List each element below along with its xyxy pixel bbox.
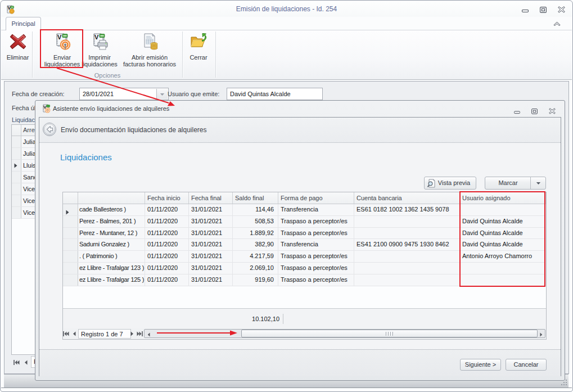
eliminar-button[interactable]: Eliminar — [3, 31, 32, 69]
table-row[interactable]: ez Llibre - Trafalgar 123 )01/11/202031/… — [63, 263, 546, 274]
table-row[interactable]: cade Ballesteros )01/11/202031/01/202111… — [63, 204, 546, 216]
cell-forma_pago[interactable]: Traspaso a perceptor/es — [278, 251, 354, 262]
main-titlebar[interactable]: V Emisión de liquidaciones - Id. 254 — [1, 1, 572, 17]
cell-cuenta_bancaria[interactable] — [354, 228, 460, 239]
row-indicator[interactable] — [12, 148, 21, 159]
cell-cuenta_bancaria[interactable]: ES61 0182 1002 1362 1435 9078 — [354, 204, 460, 215]
cell-usuario_asignado[interactable] — [460, 204, 546, 215]
row-indicator[interactable] — [63, 239, 78, 250]
cell-fecha_final[interactable]: 31/01/2021 — [189, 274, 233, 286]
enviar-liquidaciones-button[interactable]: V Enviarliquidaciones — [42, 31, 83, 69]
table-row[interactable]: Perez - Balmes, 201 )01/11/202031/01/202… — [63, 216, 546, 228]
tab-principal[interactable]: Principal — [6, 17, 41, 30]
cell-usuario_asignado[interactable]: David Quintas Alcalde — [460, 216, 546, 227]
fecha-creacion-field[interactable]: 28/01/2021 — [79, 88, 169, 100]
row-indicator[interactable] — [63, 216, 78, 227]
vista-previa-button[interactable]: Vista previa — [424, 177, 476, 190]
cell-saldo_final[interactable]: 4.217,59 — [233, 251, 278, 262]
cell-arrendatario[interactable]: Perez - Muntaner, 12 ) — [78, 228, 145, 239]
dialog-maximize-button[interactable] — [531, 109, 538, 115]
minimize-button[interactable] — [522, 7, 529, 14]
row-indicator[interactable] — [12, 195, 21, 206]
cell-saldo_final[interactable]: 2.069,10 — [233, 263, 278, 274]
cell-arrendatario[interactable]: ez Llibre - Trafalgar 125 ) — [78, 274, 145, 286]
column-header-fecha-inicio[interactable]: Fecha inicio — [145, 192, 189, 204]
first-record-icon[interactable] — [63, 331, 69, 337]
cell-arrendatario[interactable]: . ( Patrimonio ) — [78, 251, 145, 262]
cell-saldo_final[interactable]: 1.889,92 — [233, 228, 278, 239]
cell-saldo_final[interactable]: 114,46 — [233, 204, 278, 215]
cell-arrendatario[interactable]: Perez - Balmes, 201 ) — [78, 216, 145, 227]
cell-usuario_asignado[interactable]: Antonio Arroyo Chamorro — [460, 251, 546, 262]
back-button[interactable] — [43, 123, 56, 136]
table-row[interactable]: . ( Patrimonio )01/11/202031/01/20214.21… — [63, 251, 546, 263]
previous-record-icon[interactable] — [24, 359, 28, 366]
cell-saldo_final[interactable]: 919,60 — [233, 274, 278, 286]
cell-fecha_final[interactable]: 31/01/2021 — [189, 216, 233, 227]
imprimir-liquidaciones-button[interactable]: V Imprimirliquidaciones — [81, 31, 118, 69]
dialog-titlebar[interactable]: V Asistente envío liquidaciones de alqui… — [35, 101, 565, 117]
scrollbar-thumb[interactable] — [241, 330, 538, 337]
table-row[interactable]: Perez - Muntaner, 12 )01/11/202031/01/20… — [63, 228, 546, 240]
row-indicator[interactable] — [63, 228, 78, 239]
cell-cuenta_bancaria[interactable] — [354, 263, 460, 274]
date-dropdown-button[interactable] — [156, 89, 168, 99]
cell-fecha_inicio[interactable]: 01/11/2020 — [145, 204, 189, 215]
column-header[interactable] — [78, 192, 145, 204]
scroll-left-icon[interactable] — [147, 331, 150, 338]
column-header-saldo-final[interactable]: Saldo final — [233, 192, 278, 204]
scroll-right-icon[interactable] — [540, 331, 543, 338]
cell-forma_pago[interactable]: Traspaso a perceptor/es — [278, 216, 354, 227]
close-button[interactable] — [558, 6, 565, 14]
cell-fecha_final[interactable]: 31/01/2021 — [189, 251, 233, 262]
cell-usuario_asignado[interactable] — [460, 263, 546, 274]
column-header-cuenta-bancaria[interactable]: Cuenta bancaria — [354, 192, 460, 204]
row-indicator[interactable] — [12, 183, 21, 195]
marcar-split-button[interactable]: Marcar — [485, 177, 546, 190]
row-indicator[interactable] — [63, 204, 78, 215]
cell-cuenta_bancaria[interactable]: ES41 2100 0900 9475 1930 8462 — [354, 239, 460, 250]
cell-fecha_final[interactable]: 31/01/2021 — [189, 228, 233, 239]
cell-fecha_inicio[interactable]: 01/11/2020 — [145, 274, 189, 286]
horizontal-scrollbar[interactable] — [144, 329, 545, 338]
last-record-icon[interactable] — [137, 331, 143, 337]
cell-fecha_inicio[interactable]: 01/11/2020 — [145, 216, 189, 227]
cell-forma_pago[interactable]: Transferencia — [278, 204, 354, 215]
abrir-emision-button[interactable]: Abrir emisiónfacturas honorarios — [121, 31, 178, 69]
cell-cuenta_bancaria[interactable] — [354, 274, 460, 286]
row-indicator[interactable] — [12, 207, 21, 218]
cell-fecha_final[interactable]: 31/01/2021 — [189, 239, 233, 250]
usuario-emite-field[interactable]: David Quintas Alcalde — [227, 88, 323, 100]
row-indicator[interactable] — [63, 251, 78, 262]
cell-forma_pago[interactable]: Traspaso a perceptor/es — [278, 274, 354, 286]
row-indicator[interactable] — [12, 136, 21, 147]
cancelar-button[interactable]: Cancelar — [506, 359, 547, 371]
cell-usuario_asignado[interactable]: David Quintas Alcalde — [460, 228, 546, 239]
cell-saldo_final[interactable]: 508,53 — [233, 216, 278, 227]
next-record-icon[interactable] — [130, 331, 134, 337]
cell-fecha_inicio[interactable]: 01/11/2020 — [145, 239, 189, 250]
cell-forma_pago[interactable]: Transferencia — [278, 239, 354, 250]
cell-arrendatario[interactable]: Sadurni Gonzalez ) — [78, 239, 145, 250]
cell-fecha_final[interactable]: 31/01/2021 — [189, 204, 233, 215]
cell-usuario_asignado[interactable]: David Quintas Alcalde — [460, 239, 546, 250]
cerrar-button[interactable]: Cerrar — [184, 31, 213, 69]
table-row[interactable]: ez Llibre - Trafalgar 125 )01/11/202031/… — [63, 274, 546, 286]
cell-fecha_inicio[interactable]: 01/11/2020 — [145, 228, 189, 239]
column-header-usuario-asignado[interactable]: Usuario asignado — [460, 192, 546, 204]
cell-arrendatario[interactable]: ez Llibre - Trafalgar 123 ) — [78, 263, 145, 274]
cell-arrendatario[interactable]: cade Ballesteros ) — [78, 204, 145, 215]
marcar-button[interactable]: Marcar — [485, 177, 531, 189]
column-header-fecha-final[interactable]: Fecha final — [189, 192, 233, 204]
cell-fecha_final[interactable]: 31/01/2021 — [189, 263, 233, 274]
table-row[interactable]: Sadurni Gonzalez )01/11/202031/01/202138… — [63, 239, 546, 251]
marcar-dropdown-arrow[interactable] — [530, 177, 545, 189]
cell-forma_pago[interactable]: Traspaso a perceptor/es — [278, 228, 354, 239]
previous-record-icon[interactable] — [73, 331, 76, 337]
cell-forma_pago[interactable]: Traspaso a perceptor/es — [278, 263, 354, 274]
column-header[interactable] — [63, 192, 78, 204]
first-record-icon[interactable] — [13, 359, 20, 366]
cell-cuenta_bancaria[interactable] — [354, 216, 460, 227]
row-indicator[interactable] — [63, 263, 78, 274]
row-indicator[interactable] — [63, 274, 78, 286]
